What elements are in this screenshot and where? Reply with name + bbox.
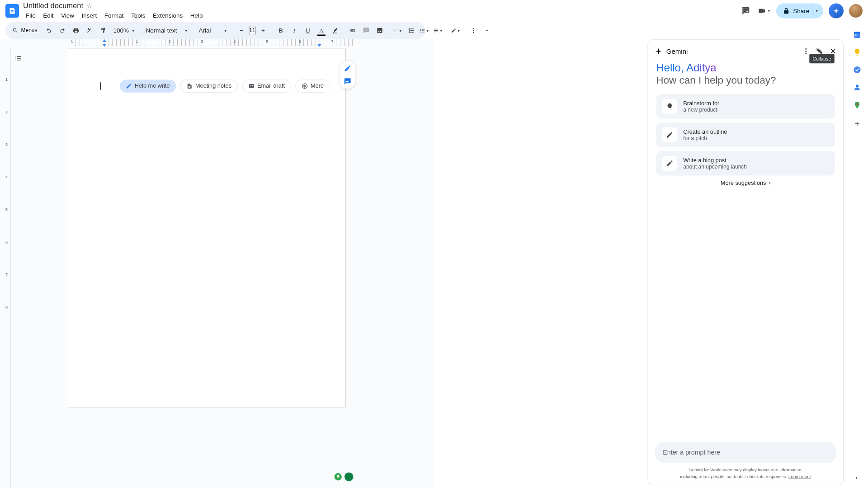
- ruler-h-tick: 7: [331, 39, 333, 44]
- pen-tool-icon[interactable]: ▼: [449, 24, 462, 37]
- style-label: Normal text: [146, 27, 177, 34]
- menu-tools[interactable]: Tools: [128, 11, 149, 21]
- chip-email-draft[interactable]: Email draft: [242, 80, 291, 93]
- checklist-icon[interactable]: ▼: [418, 24, 430, 37]
- chip-meeting-notes[interactable]: Meeting notes: [180, 80, 238, 93]
- edit-pencil-icon[interactable]: [343, 64, 352, 73]
- right-margin-marker-icon[interactable]: [317, 44, 321, 47]
- text-cursor: [100, 82, 101, 90]
- gemini-title: Gemini: [666, 47, 688, 55]
- title-block: Untitled document ☆ File Edit View Inser…: [22, 1, 206, 21]
- docs-logo[interactable]: [5, 4, 19, 18]
- underline-icon[interactable]: U: [302, 24, 314, 37]
- svg-point-7: [805, 53, 807, 54]
- side-actions: [340, 61, 355, 89]
- redo-icon[interactable]: [57, 24, 69, 37]
- italic-icon[interactable]: I: [288, 24, 300, 37]
- comments-icon[interactable]: [739, 4, 752, 18]
- title-bar: Untitled document ☆ File Edit View Inser…: [0, 0, 868, 22]
- calendar-icon[interactable]: [853, 31, 861, 39]
- side-panel-rail: +: [846, 23, 868, 488]
- gemini-greeting: Hello, Aditya: [656, 61, 835, 74]
- print-icon[interactable]: [70, 24, 82, 37]
- paint-format-icon[interactable]: [97, 24, 109, 37]
- line-spacing-icon[interactable]: [405, 24, 417, 37]
- undo-icon[interactable]: [43, 24, 55, 37]
- ruler-v-tick: 6: [5, 239, 8, 244]
- font-dropdown[interactable]: Arial▼: [196, 27, 230, 34]
- bold-icon[interactable]: B: [274, 24, 287, 37]
- chip-help-me-write[interactable]: Help me write: [120, 80, 176, 93]
- svg-rect-9: [854, 32, 860, 34]
- menu-view[interactable]: View: [58, 11, 78, 21]
- paragraph-style-dropdown[interactable]: Normal text▼: [143, 27, 190, 34]
- chip-more[interactable]: @ More: [295, 80, 330, 93]
- contacts-icon[interactable]: [853, 84, 861, 92]
- menu-insert[interactable]: Insert: [78, 11, 100, 21]
- gemini-prompt-input[interactable]: Enter a prompt here: [655, 442, 836, 463]
- share-dropdown[interactable]: ▼: [813, 4, 822, 19]
- zoom-dropdown[interactable]: 100%▼: [111, 27, 138, 34]
- ruler-h-tick: 1: [71, 39, 73, 44]
- suggestion-brainstorm[interactable]: Brainstorm fora new product: [656, 94, 835, 119]
- keep-icon[interactable]: [853, 48, 861, 56]
- collapse-toolbar-icon[interactable]: [481, 24, 493, 37]
- gemini-spark-icon: [655, 47, 662, 55]
- meet-button[interactable]: ▼: [758, 7, 770, 15]
- bulleted-list-icon[interactable]: ▼: [432, 24, 444, 37]
- presence-dot[interactable]: [334, 473, 343, 482]
- menu-edit[interactable]: Edit: [40, 11, 57, 21]
- indent-marker-icon[interactable]: [103, 44, 107, 47]
- font-decrease-icon[interactable]: −: [235, 24, 247, 37]
- gemini-disclaimer: Gemini for Workspace may display inaccur…: [655, 466, 836, 479]
- gemini-subtitle: How can I help you today?: [656, 75, 835, 86]
- spellcheck-icon[interactable]: [84, 24, 96, 37]
- link-icon[interactable]: [346, 24, 359, 37]
- add-comment-icon[interactable]: [360, 24, 372, 37]
- highlight-icon[interactable]: [329, 24, 341, 37]
- document-title[interactable]: Untitled document: [23, 1, 83, 10]
- menu-extensions[interactable]: Extensions: [150, 11, 186, 21]
- chip-label: Meeting notes: [195, 83, 231, 89]
- insert-image-icon[interactable]: [373, 24, 386, 37]
- toolbar: Menus 100%▼ Normal text▼ Arial▼ − 11 + B…: [5, 22, 425, 39]
- suggestion-blog[interactable]: Write a blog postabout an upcoming launc…: [656, 151, 835, 176]
- presence-dot[interactable]: [344, 473, 354, 482]
- svg-point-6: [805, 51, 807, 52]
- collapse-tooltip: Collapse: [809, 54, 835, 63]
- horizontal-ruler[interactable]: 1 1 2 3 4 5 6 7: [4, 39, 433, 46]
- svg-point-2: [473, 32, 474, 33]
- gemini-orb-button[interactable]: [829, 4, 844, 19]
- page[interactable]: Help me write Meeting notes Email draft …: [68, 48, 346, 408]
- account-avatar[interactable]: [849, 4, 863, 18]
- outline-toggle-icon[interactable]: [13, 53, 24, 64]
- more-tools-icon[interactable]: [467, 24, 479, 37]
- menu-help[interactable]: Help: [187, 11, 206, 21]
- suggestion-sub: a new product: [683, 107, 719, 113]
- hide-panel-icon[interactable]: [854, 474, 861, 483]
- star-icon[interactable]: ☆: [86, 1, 93, 9]
- indent-marker-icon[interactable]: [103, 39, 107, 42]
- maps-icon[interactable]: [853, 101, 861, 109]
- font-increase-icon[interactable]: +: [257, 24, 269, 37]
- share-button[interactable]: Share ▼: [776, 4, 823, 19]
- add-addon-icon[interactable]: +: [854, 119, 859, 129]
- search-menus[interactable]: Menus: [9, 24, 42, 37]
- menu-file[interactable]: File: [23, 11, 39, 21]
- share-label: Share: [793, 7, 809, 14]
- suggest-edit-icon[interactable]: [343, 77, 352, 86]
- document-area: 1 1 2 3 4 5 6 7 1 2 3 4 5 6 7 8: [0, 39, 433, 488]
- text-color-icon[interactable]: A: [315, 24, 327, 37]
- menus-label: Menus: [21, 28, 38, 34]
- font-size-input[interactable]: 11: [249, 26, 255, 35]
- suggestion-outline[interactable]: Create an outlinefor a pitch: [656, 123, 835, 147]
- align-icon[interactable]: ▼: [391, 24, 403, 37]
- svg-point-13: [856, 103, 858, 105]
- learn-more-link[interactable]: Learn more: [788, 474, 811, 479]
- ruler-h-tick: 6: [298, 39, 301, 44]
- more-suggestions-button[interactable]: More suggestions ›: [656, 180, 835, 187]
- tasks-icon[interactable]: [853, 66, 861, 74]
- menu-bar: File Edit View Insert Format Tools Exten…: [22, 11, 206, 21]
- vertical-ruler[interactable]: 1 2 3 4 5 6 7 8: [4, 47, 11, 488]
- menu-format[interactable]: Format: [101, 11, 127, 21]
